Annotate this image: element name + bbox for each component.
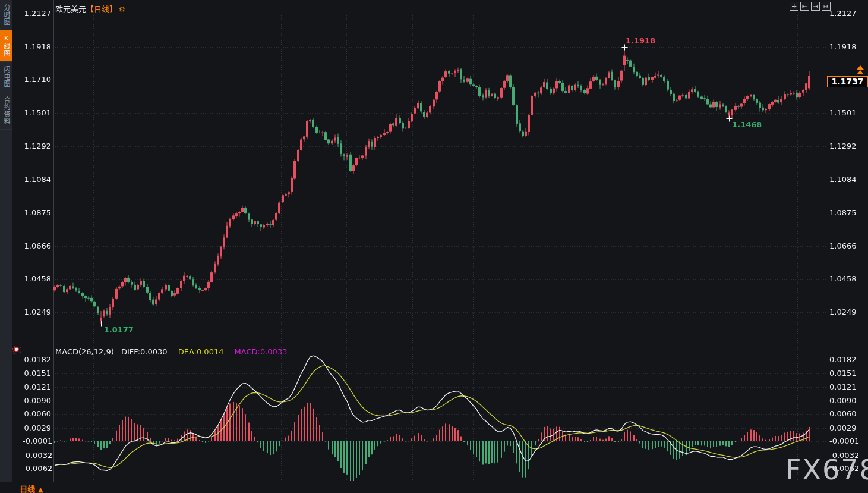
- price-axis-label-right: 1.0249: [829, 307, 857, 316]
- pan-right-icon[interactable]: ↦: [822, 2, 831, 11]
- macd-macd-value: MACD:0.0033: [235, 347, 288, 356]
- sidebar-tab-4[interactable]: 合约资料: [0, 92, 12, 130]
- chart-toolbar: ✛⇤⇥↦: [790, 2, 831, 11]
- left-tab-bar: 分时图K线图闪电图合约资料: [0, 0, 12, 482]
- sidebar-tab-3[interactable]: 闪电图: [0, 62, 12, 92]
- price-axis-label-left: 1.0875: [23, 208, 51, 217]
- chevron-up-icon: ▲: [38, 486, 43, 493]
- macd-dea-value: DEA:0.0014: [178, 347, 224, 356]
- price-axis-label-left: 1.1710: [23, 75, 51, 84]
- macd-axis-label-left: 0.0090: [23, 396, 51, 405]
- price-axis-label-right: 1.2127: [829, 9, 857, 18]
- price-axis-label-right: 1.1292: [829, 142, 857, 150]
- macd-axis-label-left: 0.0121: [23, 382, 51, 391]
- price-axis-label-left: 1.1292: [23, 142, 51, 150]
- macd-axis-label-left: 0.0151: [23, 369, 51, 378]
- current-price-tag: 1.1737: [827, 76, 868, 87]
- price-axis-label-left: 1.0666: [23, 241, 51, 250]
- macd-axis-label-left: -0.0062: [23, 464, 51, 473]
- macd-axis-label-right: 0.0060: [829, 409, 857, 418]
- macd-axis-label-left: -0.0032: [23, 451, 51, 460]
- price-axis-label-right: 1.1501: [829, 108, 857, 117]
- sidebar-filler: [0, 130, 12, 482]
- indicator-dot: [15, 348, 18, 351]
- macd-axis-label-right: 0.0029: [829, 423, 857, 432]
- price-axis-label-right: 1.1084: [829, 175, 857, 184]
- price-annotation: 1.1468: [732, 120, 762, 129]
- symbol-name: 欧元美元: [55, 5, 86, 14]
- macd-axis-label-left: -0.0001: [23, 437, 51, 445]
- crosshair-icon[interactable]: ✛: [790, 2, 798, 11]
- scale-left-icon[interactable]: ⇤: [800, 2, 809, 11]
- price-axis-label-right: 1.0875: [829, 208, 857, 217]
- up-triangle-icon: [857, 70, 864, 74]
- time-axis-strip: [0, 482, 868, 493]
- macd-axis-label-right: 0.0151: [829, 369, 857, 378]
- price-axis-label-left: 1.1918: [23, 42, 51, 51]
- macd-params-label: MACD(26,12,9): [55, 347, 114, 356]
- macd-axis-label-right: 0.0090: [829, 396, 857, 405]
- macd-axis-label-left: 0.0029: [23, 423, 51, 432]
- period-badge: 【日线】: [86, 5, 117, 14]
- macd-axis-label-left: 0.0060: [23, 409, 51, 418]
- macd-axis-label-right: 0.0182: [829, 355, 857, 364]
- price-annotation: 1.1918: [626, 36, 655, 45]
- price-axis-label-left: 1.0458: [23, 274, 51, 283]
- macd-axis-label-right: 0.0121: [829, 382, 857, 391]
- price-axis-label-right: 1.0666: [829, 241, 857, 250]
- indicator-settings-icon[interactable]: [12, 346, 20, 353]
- sidebar-tab-2[interactable]: K线图: [0, 30, 12, 62]
- macd-axis-label-right: -0.0001: [829, 437, 859, 445]
- price-axis-label-left: 1.1501: [23, 108, 51, 117]
- chart-title: 欧元美元【日线】⚙: [55, 3, 125, 14]
- price-axis-label-left: 1.1084: [23, 175, 51, 184]
- settings-gear-icon[interactable]: ⚙: [119, 5, 125, 14]
- price-axis-label-right: 1.1918: [829, 42, 857, 51]
- up-triangle-icon: [857, 65, 864, 70]
- price-axis-label-right: 1.0458: [829, 274, 857, 283]
- price-annotation: 1.0177: [104, 325, 134, 334]
- chart-canvas[interactable]: [0, 0, 868, 493]
- sidebar-tab-1[interactable]: 分时图: [0, 0, 12, 30]
- chart-window: 分时图K线图闪电图合约资料 欧元美元【日线】⚙ ✛⇤⇥↦ MACD(26,12,…: [0, 0, 868, 493]
- price-axis-label-left: 1.0249: [23, 307, 51, 316]
- macd-header: MACD(26,12,9) DIFF:0.0030 DEA:0.0014 MAC…: [55, 347, 287, 356]
- period-selector[interactable]: 日线▲: [20, 483, 43, 493]
- price-axis-label-left: 1.2127: [23, 9, 51, 18]
- price-up-arrows-icon: [857, 65, 864, 75]
- macd-axis-label-left: 0.0182: [23, 355, 51, 364]
- watermark: FX678: [785, 454, 868, 486]
- macd-diff-value: DIFF:0.0030: [121, 347, 168, 356]
- scale-right-icon[interactable]: ⇥: [811, 2, 820, 11]
- period-selector-label: 日线: [20, 485, 35, 493]
